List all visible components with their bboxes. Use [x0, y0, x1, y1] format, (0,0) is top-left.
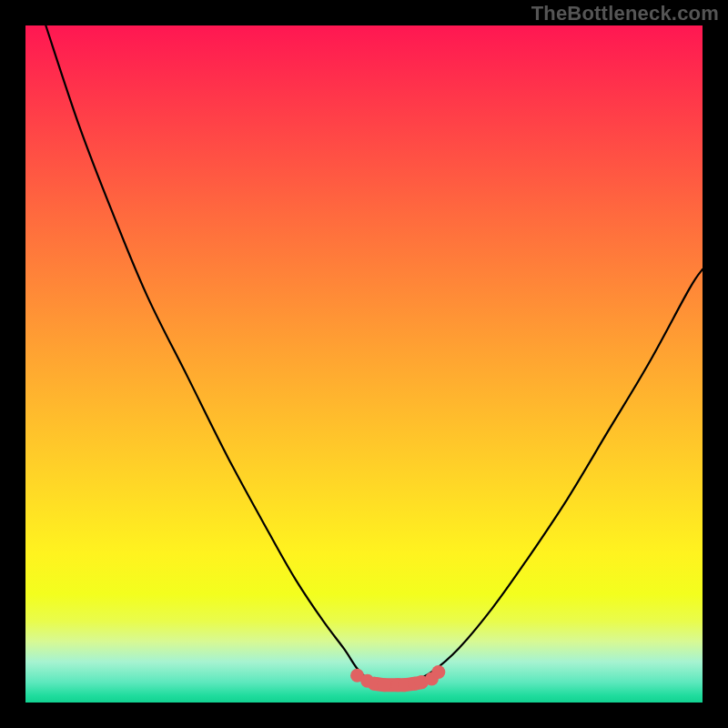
- svg-point-3: [378, 678, 391, 692]
- plot-area: [25, 25, 703, 703]
- watermark-text: TheBottleneck.com: [531, 2, 719, 25]
- valley-markers: [350, 665, 445, 692]
- chart-frame: TheBottleneck.com: [0, 0, 728, 728]
- left-curve: [46, 25, 374, 682]
- right-curve: [411, 269, 703, 682]
- svg-point-9: [431, 665, 445, 679]
- chart-svg: [25, 25, 703, 703]
